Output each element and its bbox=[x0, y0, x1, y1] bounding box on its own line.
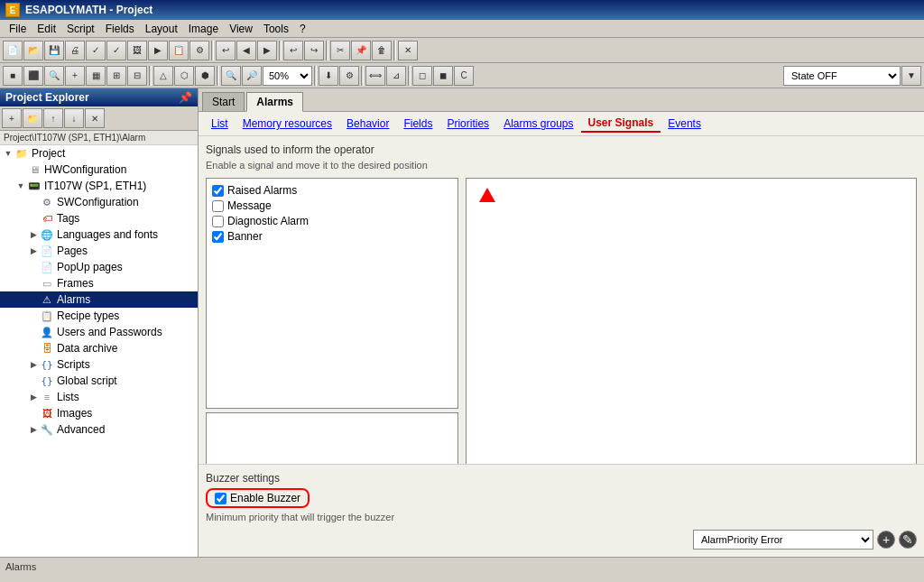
tb2-14[interactable]: ⊿ bbox=[386, 66, 406, 86]
tb-new[interactable]: 📄 bbox=[3, 41, 23, 60]
tb2-13[interactable]: ⟺ bbox=[365, 66, 385, 86]
tb-back[interactable]: ◀ bbox=[236, 41, 256, 60]
tree-swconfig[interactable]: ⚙ SWConfiguration bbox=[0, 194, 198, 210]
tree-tags[interactable]: 🏷 Tags bbox=[0, 210, 198, 226]
tb-paste[interactable]: 📌 bbox=[351, 41, 371, 60]
buzzer-add-btn[interactable]: + bbox=[877, 531, 895, 549]
zoom-select[interactable]: 50%75%100%150% bbox=[263, 66, 312, 86]
tree-advanced[interactable]: ▶ 🔧 Advanced bbox=[0, 421, 198, 438]
tb2-zoom-out[interactable]: 🔍 bbox=[221, 66, 241, 86]
subtab-events[interactable]: Events bbox=[661, 115, 708, 132]
tb-save[interactable]: 💾 bbox=[44, 41, 64, 60]
tree-scripts[interactable]: ▶ {} Scripts bbox=[0, 356, 198, 373]
explorer-down[interactable]: ↓ bbox=[64, 108, 84, 128]
subtab-alarmgroups[interactable]: Alarms groups bbox=[496, 115, 580, 132]
tb2-15[interactable]: ◻ bbox=[412, 66, 432, 86]
explorer-delete[interactable]: ✕ bbox=[85, 108, 105, 128]
tb2-2[interactable]: ⬛ bbox=[23, 66, 43, 86]
tb2-16[interactable]: ◼ bbox=[433, 66, 453, 86]
sep1 bbox=[211, 41, 214, 60]
checkbox-message-input[interactable] bbox=[212, 200, 224, 212]
buzzer-enable-checkbox[interactable] bbox=[215, 493, 226, 504]
tree-frames[interactable]: ▭ Frames bbox=[0, 275, 198, 291]
tb-redo[interactable]: ↪ bbox=[304, 41, 324, 60]
tb2-17[interactable]: C bbox=[454, 66, 474, 86]
explorer-pin[interactable]: 📌 bbox=[179, 91, 192, 104]
explorer-add[interactable]: + bbox=[2, 108, 22, 128]
tree-globalscript[interactable]: {} Global script bbox=[0, 373, 198, 389]
subtab-memory[interactable]: Memory resources bbox=[236, 115, 339, 132]
arrow-project: ▼ bbox=[2, 149, 14, 158]
tree-alarms[interactable]: ⚠ Alarms bbox=[0, 291, 198, 308]
tb-open[interactable]: 📂 bbox=[23, 41, 43, 60]
buzzer-edit-btn[interactable]: ✎ bbox=[899, 531, 917, 549]
tb2-zoom-in[interactable]: 🔎 bbox=[242, 66, 262, 86]
tb2-6[interactable]: ⊞ bbox=[106, 66, 126, 86]
tree-hwconfig[interactable]: 🖥 HWConfiguration bbox=[0, 162, 198, 178]
tb-fwd[interactable]: ▶ bbox=[257, 41, 277, 60]
tb-undo[interactable]: ↩ bbox=[216, 41, 236, 60]
tree-pages[interactable]: ▶ 📄 Pages bbox=[0, 243, 198, 259]
buzzer-priority-select[interactable]: AlarmPriority Error AlarmPriority Warnin… bbox=[693, 530, 873, 550]
explorer-folder[interactable]: 📁 bbox=[23, 108, 42, 128]
tree-languages[interactable]: ▶ 🌐 Languages and fonts bbox=[0, 226, 198, 243]
panel: Signals used to inform the operator Enab… bbox=[199, 136, 924, 464]
tab-start[interactable]: Start bbox=[202, 92, 245, 111]
tree-recipetypes[interactable]: 📋 Recipe types bbox=[0, 308, 198, 324]
tb2-8[interactable]: △ bbox=[153, 66, 173, 86]
menu-layout[interactable]: Layout bbox=[140, 22, 183, 36]
tab-alarms[interactable]: Alarms bbox=[246, 92, 303, 112]
tree-it107w[interactable]: ▼ 📟 IT107W (SP1, ETH1) bbox=[0, 178, 198, 194]
tb2-9[interactable]: ⬡ bbox=[174, 66, 194, 86]
tb-check[interactable]: ✓ bbox=[86, 41, 106, 60]
subtab-usersignals[interactable]: User Signals bbox=[581, 115, 661, 133]
checkbox-raised-input[interactable] bbox=[212, 185, 224, 197]
tb2-4[interactable]: + bbox=[65, 66, 85, 86]
menu-edit[interactable]: Edit bbox=[32, 22, 61, 36]
subtab-list[interactable]: List bbox=[204, 115, 236, 132]
tb-cut[interactable]: ✂ bbox=[330, 41, 350, 60]
tb2-5[interactable]: ▦ bbox=[86, 66, 106, 86]
tree-dataarchive[interactable]: 🗄 Data archive bbox=[0, 340, 198, 356]
tb-undo2[interactable]: ↩ bbox=[283, 41, 303, 60]
explorer-up[interactable]: ↑ bbox=[43, 108, 63, 128]
checkbox-banner-input[interactable] bbox=[212, 231, 224, 243]
tree-userspasswords[interactable]: 👤 Users and Passwords bbox=[0, 324, 198, 340]
tb-copy[interactable]: 📋 bbox=[169, 41, 189, 60]
menu-script[interactable]: Script bbox=[61, 22, 100, 36]
menu-tools[interactable]: Tools bbox=[258, 22, 294, 36]
sep5 bbox=[149, 66, 152, 86]
subtab-behavior[interactable]: Behavior bbox=[339, 115, 396, 132]
tree-lists[interactable]: ▶ ≡ Lists bbox=[0, 389, 198, 405]
subtab-priorities[interactable]: Priorities bbox=[439, 115, 496, 132]
tb2-dropdown[interactable]: ▼ bbox=[901, 66, 921, 86]
tb-x[interactable]: ✕ bbox=[398, 41, 418, 60]
menu-image[interactable]: Image bbox=[183, 22, 224, 36]
menu-help[interactable]: ? bbox=[294, 22, 311, 36]
tb2-3[interactable]: 🔍 bbox=[44, 66, 64, 86]
checkbox-diagnostic-input[interactable] bbox=[212, 216, 224, 227]
menu-fields[interactable]: Fields bbox=[100, 22, 140, 36]
tb-play[interactable]: ▶ bbox=[148, 41, 168, 60]
arrow-it107w: ▼ bbox=[14, 181, 27, 190]
menu-file[interactable]: File bbox=[4, 22, 32, 36]
tb-print[interactable]: 🖨 bbox=[65, 41, 85, 60]
tb2-11[interactable]: ⬇ bbox=[319, 66, 338, 86]
tb-del[interactable]: 🗑 bbox=[372, 41, 392, 60]
tree-images[interactable]: 🖼 Images bbox=[0, 405, 198, 421]
tb2-12[interactable]: ⚙ bbox=[339, 66, 359, 86]
tb2-7[interactable]: ⊟ bbox=[127, 66, 147, 86]
subtab-fields[interactable]: Fields bbox=[396, 115, 439, 132]
state-select[interactable]: State OFF bbox=[783, 66, 901, 86]
titlebar: E ESAPOLYMATH - Project bbox=[0, 0, 924, 20]
label-images: Images bbox=[57, 407, 92, 420]
tree-project[interactable]: ▼ 📁 Project bbox=[0, 145, 198, 162]
tb-settings[interactable]: ⚙ bbox=[189, 41, 209, 60]
tb-img[interactable]: 🖼 bbox=[127, 41, 147, 60]
tree-popuppages[interactable]: 📄 PopUp pages bbox=[0, 259, 198, 275]
menu-view[interactable]: View bbox=[224, 22, 258, 36]
sep2 bbox=[279, 41, 282, 60]
tb2-10[interactable]: ⬢ bbox=[195, 66, 215, 86]
tb2-1[interactable]: ■ bbox=[3, 66, 23, 86]
tb-check2[interactable]: ✓ bbox=[106, 41, 126, 60]
